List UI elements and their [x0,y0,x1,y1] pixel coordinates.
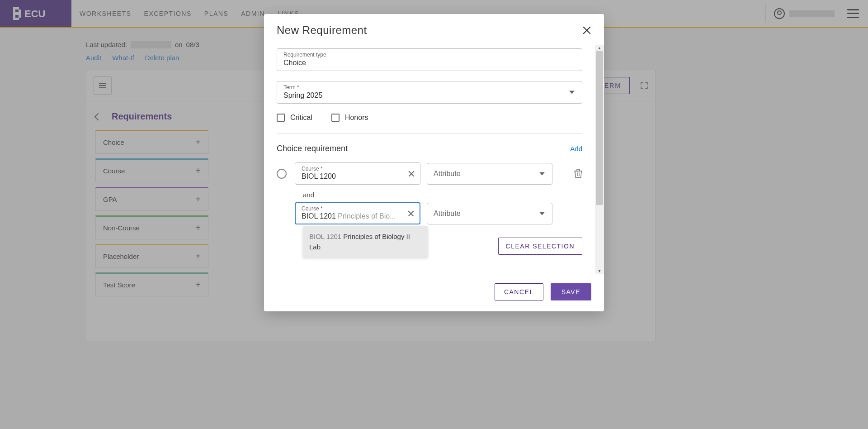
checkbox-icon [277,114,285,122]
attribute-label: Attribute [434,170,461,177]
add-link[interactable]: Add [570,145,582,153]
input-value: BIOL 1201 Principles of Bio... [302,212,402,220]
field-label: Term * [283,84,576,91]
checkbox-icon [331,114,340,122]
course-input-2[interactable]: Course * BIOL 1201 Principles of Bio... [295,202,420,224]
attribute-label: Attribute [434,210,461,217]
chevron-down-icon [539,212,545,215]
field-value: Choice [283,59,306,67]
input-label: Course * [302,166,402,172]
save-button[interactable]: SAVE [551,283,591,300]
modal-body: Requirement type Choice Term * Spring 20… [264,45,595,274]
autocomplete-item[interactable]: BIOL 1201 Principles of Biology II Lab [303,226,428,257]
scroll-down-icon[interactable]: ▼ [595,268,604,274]
modal-overlay[interactable]: New Requirement Requirement type Choice … [0,0,868,429]
attribute-select-2[interactable]: Attribute [427,203,552,224]
input-value: BIOL 1200 [302,172,402,181]
clear-icon[interactable] [408,171,415,177]
checkbox-row: Critical Honors [277,114,582,122]
divider [277,133,582,134]
cancel-button[interactable]: CANCEL [495,283,543,300]
trash-icon[interactable] [574,169,582,178]
choice-row-1: Course * BIOL 1200 Attribute [277,162,582,185]
divider [277,264,582,264]
honors-checkbox[interactable]: Honors [331,114,368,122]
chevron-down-icon [539,172,545,175]
scrollbar[interactable]: ▲ ▼ [595,45,604,274]
attribute-select-1[interactable]: Attribute [427,163,552,185]
autocomplete-code: BIOL 1201 [309,233,341,240]
checkbox-label: Critical [290,114,312,122]
and-label: and [303,191,582,199]
chevron-down-icon [569,91,575,94]
term-field[interactable]: Term * Spring 2025 [277,81,582,104]
modal-header: New Requirement [264,14,604,45]
radio-icon[interactable] [277,169,287,179]
scroll-up-icon[interactable]: ▲ [595,45,604,51]
clear-icon[interactable] [408,210,414,217]
field-label: Requirement type [283,52,576,58]
close-icon[interactable] [582,26,591,35]
input-label: Course * [302,205,402,212]
clear-selection-button[interactable]: CLEAR SELECTION [498,238,582,255]
modal-title: New Requirement [277,24,367,37]
checkbox-label: Honors [345,114,368,122]
modal-footer: CANCEL SAVE [264,274,604,311]
choice-section-header: Choice requirement Add [277,144,582,153]
course-input-1[interactable]: Course * BIOL 1200 [295,162,420,185]
section-title: Choice requirement [277,144,348,153]
scroll-thumb[interactable] [596,51,603,205]
choice-row-2: Course * BIOL 1201 Principles of Bio... … [277,202,582,224]
critical-checkbox[interactable]: Critical [277,114,312,122]
new-requirement-modal: New Requirement Requirement type Choice … [264,14,604,311]
requirement-type-field[interactable]: Requirement type Choice [277,48,582,71]
field-value: Spring 2025 [283,91,322,99]
